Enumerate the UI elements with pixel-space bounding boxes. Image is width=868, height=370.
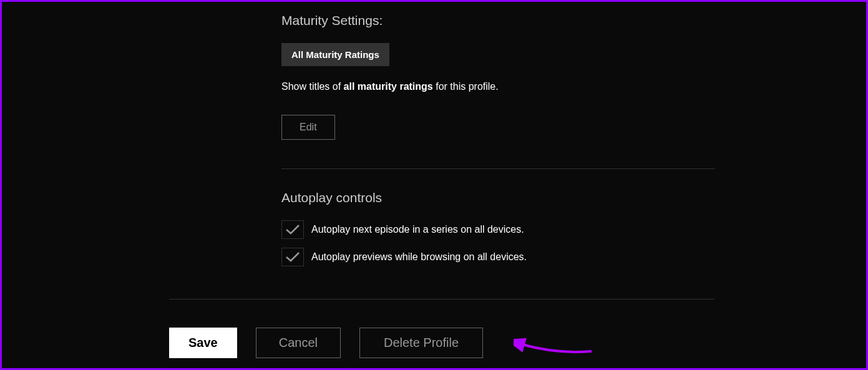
delete-profile-button[interactable]: Delete Profile (359, 328, 483, 358)
edit-button[interactable]: Edit (281, 115, 335, 140)
annotation-arrow-icon (514, 333, 595, 358)
bottom-divider (169, 299, 714, 299)
autoplay-next-episode-row: Autoplay next episode in a series on all… (281, 220, 716, 239)
description-suffix: for this profile. (433, 81, 499, 92)
cancel-button[interactable]: Cancel (256, 328, 341, 358)
autoplay-controls-title: Autoplay controls (281, 190, 716, 205)
section-divider (281, 168, 715, 169)
autoplay-next-episode-label: Autoplay next episode in a series on all… (311, 224, 524, 235)
autoplay-previews-label: Autoplay previews while browsing on all … (311, 251, 527, 263)
maturity-settings-title: Maturity Settings: (281, 13, 716, 28)
save-button[interactable]: Save (169, 328, 237, 358)
maturity-description: Show titles of all maturity ratings for … (281, 81, 716, 92)
checkmark-icon (285, 224, 300, 235)
autoplay-previews-row: Autoplay previews while browsing on all … (281, 248, 716, 266)
checkmark-icon (285, 251, 300, 263)
description-bold: all maturity ratings (344, 81, 433, 92)
autoplay-previews-checkbox[interactable] (281, 248, 304, 266)
maturity-rating-badge: All Maturity Ratings (281, 43, 389, 66)
autoplay-next-episode-checkbox[interactable] (281, 220, 304, 239)
description-prefix: Show titles of (281, 81, 344, 92)
action-row: Save Cancel Delete Profile (169, 328, 483, 358)
